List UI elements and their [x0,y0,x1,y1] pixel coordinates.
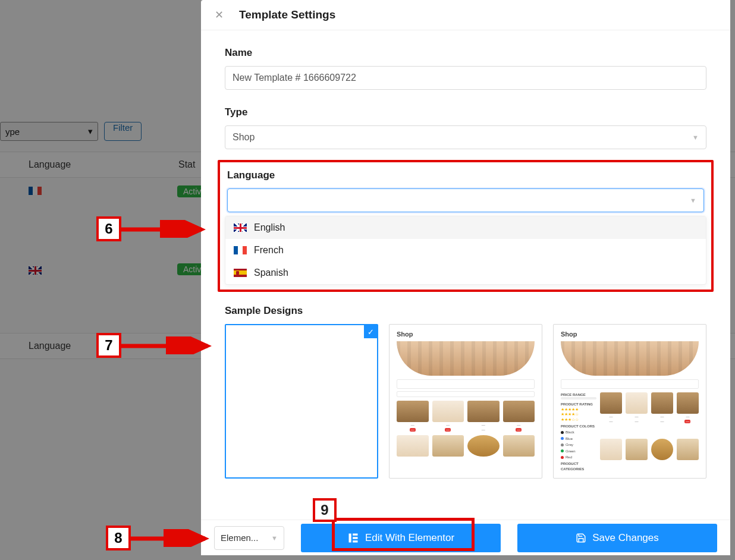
language-dropdown-list: English French Spanish [225,216,706,285]
language-option-english[interactable]: English [225,216,706,239]
annotation-7: 7 [96,333,216,358]
arrow-icon [131,529,214,547]
type-value: Shop [233,132,255,143]
builder-select[interactable]: Elemen... ▼ [214,526,284,550]
type-select[interactable]: Shop ▼ [225,125,706,149]
sample-title: Shop [397,331,535,338]
arrow-icon [121,336,216,354]
language-option-label: Spanish [254,268,288,278]
language-option-french[interactable]: French [225,239,706,262]
language-label: Language [225,169,706,181]
annotation-8: 8 [106,526,214,550]
flag-fr-icon [234,246,247,254]
builder-select-value: Elemen... [221,533,258,543]
sample-designs-row: ✓ Shop —— —— —— —— [225,324,706,479]
save-changes-button[interactable]: Save Changes [517,524,717,552]
sample-design-shop-grid[interactable]: Shop —— —— —— —— [389,324,542,479]
language-option-label: English [254,222,285,233]
annotation-9: 9 [313,498,337,522]
sample-designs-label: Sample Designs [225,305,706,317]
save-icon [576,533,586,543]
hero-image-icon [397,341,535,376]
language-option-label: French [254,245,284,256]
name-input[interactable]: New Template # 1666609722 [225,66,706,90]
annotation-9-box [332,518,475,551]
chevron-down-icon: ▼ [271,534,278,542]
annotation-number: 7 [96,333,121,358]
language-select[interactable]: ▼ [227,188,704,212]
annotation-number: 6 [96,216,121,241]
save-button-label: Save Changes [592,532,659,544]
arrow-icon [121,220,211,238]
template-settings-modal: ✕ Template Settings Name New Template # … [201,0,730,555]
close-icon[interactable]: ✕ [212,8,226,21]
flag-es-icon [234,269,247,277]
annotation-6: 6 [96,216,211,241]
chevron-down-icon: ▼ [690,197,696,204]
type-label: Type [225,106,706,118]
flag-uk-icon [234,224,247,232]
annotation-number: 8 [106,526,131,550]
chevron-down-icon: ▼ [692,134,699,141]
name-value: New Template # 1666609722 [233,73,356,83]
language-option-spanish[interactable]: Spanish [225,262,706,284]
language-section-highlight: Language ▼ English French Spanish [218,160,714,292]
sample-design-shop-sidebar[interactable]: Shop PRICE RANGE PRODUCT RATING ★★★★★ ★★… [553,324,706,479]
sample-title: Shop [561,331,699,338]
hero-image-icon [561,341,699,376]
check-icon: ✓ [364,325,377,338]
sample-design-blank[interactable]: ✓ [225,324,378,479]
modal-header: ✕ Template Settings [201,0,730,30]
name-label: Name [225,47,706,59]
modal-title: Template Settings [239,8,335,21]
